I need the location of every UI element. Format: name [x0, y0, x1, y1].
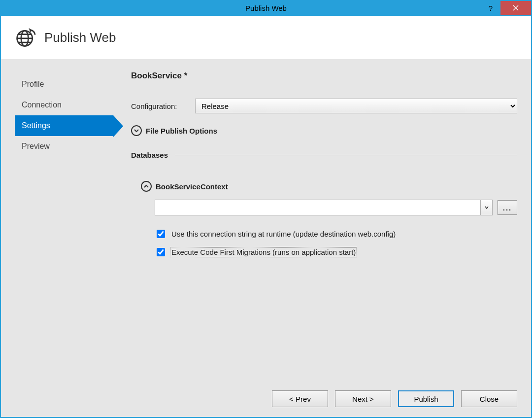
- close-button[interactable]: Close: [461, 390, 517, 407]
- nav-item-settings[interactable]: Settings: [15, 115, 113, 136]
- nav-item-connection[interactable]: Connection: [15, 95, 113, 115]
- configuration-label: Configuration:: [131, 102, 195, 110]
- code-first-migrations-label: Execute Code First Migrations (runs on a…: [171, 248, 356, 256]
- nav-label: Connection: [22, 101, 62, 109]
- combobox-dropdown-button[interactable]: [480, 200, 492, 215]
- database-context-expander[interactable]: BookServiceContext: [141, 181, 517, 192]
- nav-label: Profile: [22, 80, 44, 88]
- connection-string-row: ...: [141, 200, 517, 215]
- profile-name: BookService *: [131, 71, 517, 81]
- wizard-nav: Profile Connection Settings Preview: [15, 71, 113, 382]
- nav-label: Preview: [22, 142, 50, 150]
- configuration-row: Configuration: Release: [131, 99, 517, 113]
- dialog-body: Profile Connection Settings Preview Book…: [1, 59, 531, 382]
- dialog-footer: < Prev Next > Publish Close: [1, 382, 531, 417]
- databases-label: Databases: [131, 151, 168, 159]
- use-runtime-connection-label: Use this connection string at runtime (u…: [171, 230, 396, 238]
- nav-label: Settings: [22, 121, 50, 130]
- connection-string-browse-button[interactable]: ...: [498, 200, 517, 215]
- code-first-migrations-checkbox[interactable]: [157, 248, 165, 256]
- next-button[interactable]: Next >: [335, 390, 391, 407]
- help-icon: ?: [489, 4, 493, 12]
- databases-section: Databases: [131, 151, 517, 159]
- connection-string-combobox[interactable]: [155, 200, 493, 215]
- publish-button[interactable]: Publish: [398, 390, 454, 407]
- publish-web-dialog: Publish Web ? Publish Web: [0, 0, 532, 418]
- window-title: Publish Web: [1, 1, 531, 16]
- close-icon: [513, 5, 519, 11]
- nav-item-profile[interactable]: Profile: [15, 74, 113, 95]
- chevron-up-icon: [141, 181, 152, 192]
- titlebar: Publish Web ?: [1, 1, 531, 16]
- database-context-block: BookServiceContext ... Use this: [131, 181, 517, 258]
- ellipsis-icon: ...: [503, 204, 512, 212]
- use-runtime-connection-checkbox[interactable]: [157, 230, 165, 238]
- connection-string-input[interactable]: [155, 200, 480, 215]
- dialog-title: Publish Web: [44, 30, 116, 45]
- file-publish-options-label: File Publish Options: [146, 127, 217, 135]
- configuration-select[interactable]: Release: [195, 99, 517, 113]
- code-first-migrations-row: Execute Code First Migrations (runs on a…: [141, 246, 517, 258]
- file-publish-options-expander[interactable]: File Publish Options: [131, 125, 517, 136]
- settings-panel: BookService * Configuration: Release Fil…: [131, 71, 517, 382]
- window-close-button[interactable]: [500, 1, 531, 15]
- prev-button[interactable]: < Prev: [272, 390, 328, 407]
- chevron-down-icon: [485, 206, 489, 209]
- database-context-name: BookServiceContext: [156, 182, 228, 191]
- use-runtime-connection-row: Use this connection string at runtime (u…: [141, 228, 517, 240]
- window-controls: ?: [481, 1, 531, 16]
- nav-item-preview[interactable]: Preview: [15, 136, 113, 157]
- publish-web-icon: [15, 27, 36, 48]
- dialog-header: Publish Web: [1, 16, 531, 59]
- section-divider: [175, 155, 517, 155]
- chevron-down-icon: [131, 125, 142, 136]
- help-button[interactable]: ?: [481, 1, 500, 15]
